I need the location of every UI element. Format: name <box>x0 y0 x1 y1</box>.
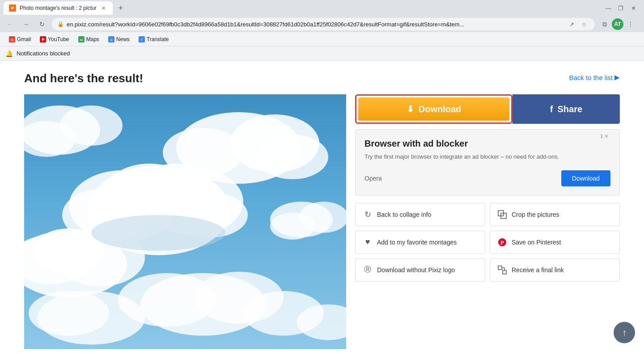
profile-avatar[interactable]: AT <box>612 18 623 30</box>
scroll-to-top-button[interactable]: ↑ <box>614 322 635 343</box>
bookmark-news[interactable]: N News <box>105 35 133 43</box>
svg-point-37 <box>29 291 109 336</box>
svg-text:T: T <box>141 38 143 41</box>
maximize-button[interactable]: ❐ <box>617 4 624 12</box>
download-button-wrapper: ⬇ Download <box>355 94 513 124</box>
download-share-row: ⬇ Download f Share <box>355 94 620 124</box>
lock-icon: 🔒 <box>57 21 64 27</box>
svg-text:G: G <box>11 38 13 42</box>
download-icon: ⬇ <box>407 104 414 114</box>
tab-favicon: P <box>9 4 16 12</box>
browser-chrome: P Photo montage's result : 2 pictur ✕ + … <box>0 0 644 61</box>
bookmark-star-icon[interactable]: ☆ <box>579 19 589 30</box>
favorite-montages-button[interactable]: ♥ Add to my favorite montages <box>355 231 485 254</box>
notification-bell-icon: 🔔 <box>5 50 13 57</box>
save-pinterest-button[interactable]: P Save on Pinterest <box>490 231 620 254</box>
tab-bar: P Photo montage's result : 2 pictur ✕ + … <box>0 0 644 16</box>
ad-footer: Opera Download <box>364 170 610 186</box>
pinterest-icon: P <box>497 237 507 247</box>
svg-point-14 <box>257 135 328 179</box>
bookmarks-bar: G Gmail YouTube M Maps N News <box>0 32 644 46</box>
download-no-logo-button[interactable]: Ⓡ Download without Pixiz logo <box>355 258 485 282</box>
cloud-scene-svg <box>24 94 346 349</box>
right-panel: ⬇ Download f Share ℹ ✕ Browser with ad b… <box>346 94 620 282</box>
crop-pictures-button[interactable]: Crop the pictures <box>490 203 620 226</box>
tab-close-button[interactable]: ✕ <box>100 4 107 12</box>
image-section <box>24 94 346 349</box>
back-to-collage-button[interactable]: ↻ Back to collage info <box>355 203 485 226</box>
back-button[interactable]: ← <box>4 18 16 30</box>
share-button[interactable]: f Share <box>513 94 620 124</box>
address-bar: ← → ↻ 🔒 en.pixiz.com/result?workId=9606e… <box>0 16 644 32</box>
bookmark-translate[interactable]: T Translate <box>135 35 173 43</box>
notification-bar: 🔔 Notifications blocked <box>0 46 644 61</box>
bookmark-maps[interactable]: M Maps <box>75 35 103 43</box>
ad-section: ℹ ✕ Browser with ad blocker Try the firs… <box>355 129 620 196</box>
bookmark-youtube[interactable]: YouTube <box>36 35 72 43</box>
page-inner: And here's the result! Back to the list … <box>13 61 631 349</box>
new-tab-button[interactable]: + <box>114 2 127 14</box>
gmail-icon: G <box>9 36 15 42</box>
link-icon <box>497 265 507 275</box>
content-area: ⬇ Download f Share ℹ ✕ Browser with ad b… <box>24 94 620 349</box>
svg-text:N: N <box>110 38 112 41</box>
facebook-icon: f <box>550 104 553 114</box>
refresh-icon: ↻ <box>363 210 373 219</box>
crop-icon <box>497 210 507 219</box>
menu-button[interactable]: ⋮ <box>624 18 637 30</box>
svg-rect-44 <box>498 266 502 270</box>
minimize-button[interactable]: — <box>605 4 612 12</box>
svg-point-39 <box>91 215 225 251</box>
ad-download-button[interactable]: Download <box>561 170 610 186</box>
news-icon: N <box>108 36 114 42</box>
back-to-list-link[interactable]: Back to the list ▶ <box>569 72 620 81</box>
notification-text: Notifications blocked <box>17 50 70 57</box>
close-button[interactable]: ✕ <box>630 4 637 12</box>
result-header: And here's the result! Back to the list … <box>24 72 620 85</box>
ad-info-icon[interactable]: ℹ ✕ <box>601 133 609 139</box>
ad-title: Browser with ad blocker <box>364 139 610 149</box>
address-right-icons: ↗ ☆ <box>566 19 589 30</box>
tab-title: Photo montage's result : 2 pictur <box>20 5 97 11</box>
browser-right-icons: ⧉ AT ⋮ <box>598 18 640 30</box>
download-button[interactable]: ⬇ Download <box>358 97 509 121</box>
share-page-icon[interactable]: ↗ <box>566 19 577 30</box>
page-content: And here's the result! Back to the list … <box>0 61 644 354</box>
svg-point-31 <box>270 213 315 240</box>
address-input[interactable]: 🔒 en.pixiz.com/result?workId=9606e02f69f… <box>52 18 595 30</box>
receive-link-button[interactable]: Receive a final link <box>490 258 620 282</box>
extensions-button[interactable]: ⧉ <box>598 18 611 30</box>
bookmark-gmail[interactable]: G Gmail <box>5 35 34 43</box>
ad-description: Try the first major browser to integrate… <box>364 152 610 161</box>
youtube-icon <box>40 36 46 42</box>
registered-icon: Ⓡ <box>363 265 373 275</box>
heart-icon: ♥ <box>363 237 373 247</box>
maps-icon: M <box>78 36 85 42</box>
forward-button[interactable]: → <box>20 18 32 30</box>
translate-icon: T <box>139 36 145 42</box>
address-text: en.pixiz.com/result?workId=9606e02f69fb0… <box>67 21 564 28</box>
svg-rect-45 <box>503 270 506 274</box>
cloud-image <box>24 94 346 349</box>
window-controls: — ❐ ✕ <box>605 4 640 12</box>
svg-text:M: M <box>80 38 83 42</box>
action-grid: ↻ Back to collage info Crop the pictures <box>355 203 620 282</box>
active-tab[interactable]: P Photo montage's result : 2 pictur ✕ <box>4 1 113 15</box>
page-title: And here's the result! <box>24 72 143 85</box>
reload-button[interactable]: ↻ <box>36 18 48 30</box>
svg-text:P: P <box>500 239 504 245</box>
ad-brand: Opera <box>364 175 382 182</box>
